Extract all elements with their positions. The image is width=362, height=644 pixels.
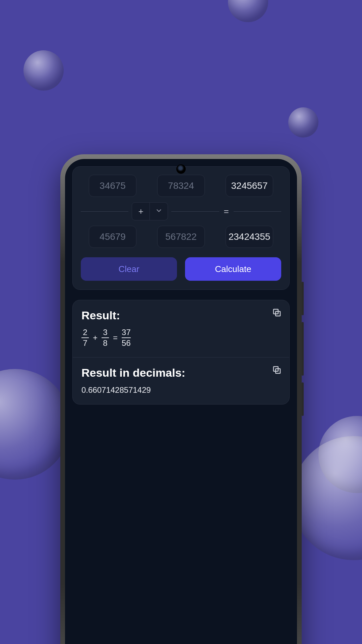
decorative-sphere	[288, 107, 318, 138]
expr-fraction-a: 2 7	[81, 328, 89, 348]
result-numerator-output: 3245657	[226, 175, 273, 197]
fraction1-numerator-input[interactable]: 34675	[89, 175, 136, 197]
operator-dropdown[interactable]	[150, 202, 168, 220]
decorative-sphere	[228, 0, 268, 22]
expr-op: +	[93, 333, 98, 342]
calculate-button[interactable]: Calculate	[185, 257, 281, 281]
copy-result-button[interactable]	[272, 308, 282, 319]
phone-side-button	[302, 282, 304, 315]
fraction-input-row: 34675 78324 3245657	[81, 175, 281, 197]
clear-button[interactable]: Clear	[81, 257, 177, 281]
fraction2-block: 78324	[149, 175, 213, 197]
fraction1-block: 34675	[81, 175, 144, 197]
copy-decimal-button[interactable]	[272, 365, 282, 376]
phone-camera	[176, 164, 186, 174]
fraction2-numerator-input[interactable]: 78324	[157, 175, 205, 197]
phone-frame: 34675 78324 3245657 + =	[60, 154, 302, 644]
copy-icon	[272, 370, 282, 376]
expr-fraction-result: 37 56	[122, 328, 131, 348]
expr-r-num: 37	[122, 328, 131, 337]
operator-display: +	[132, 202, 150, 220]
fraction2-den-block: 567822	[149, 226, 213, 248]
result-decimal-value: 0.66071428571429	[81, 385, 281, 395]
decorative-sphere	[292, 436, 362, 560]
result-denominator-output: 23424355	[226, 226, 273, 248]
result-decimal-title: Result in decimals:	[81, 366, 281, 379]
result-divider	[234, 211, 281, 212]
fraction2-denominator-input[interactable]: 567822	[157, 226, 205, 248]
phone-side-button	[302, 322, 304, 376]
result-title: Result:	[81, 309, 281, 322]
results-card: Result: 2 7 + 3 8 = 37 56	[72, 300, 290, 405]
expr-b-den: 8	[102, 337, 109, 347]
expr-fraction-b: 3 8	[102, 328, 109, 348]
phone-screen: 34675 78324 3245657 + =	[65, 159, 297, 644]
copy-icon	[272, 313, 282, 319]
fraction1-divider	[81, 211, 128, 212]
expr-eq: =	[113, 333, 118, 342]
phone-side-button	[302, 382, 304, 416]
result-den-block: 23424355	[218, 226, 281, 248]
result-fraction-block: 3245657	[218, 175, 281, 197]
expr-b-num: 3	[103, 328, 107, 337]
fraction2-divider	[171, 211, 219, 212]
fraction1-denominator-input[interactable]: 45679	[89, 226, 136, 248]
decorative-sphere	[23, 50, 64, 91]
result-expression: 2 7 + 3 8 = 37 56	[81, 328, 281, 348]
button-row: Clear Calculate	[81, 257, 281, 281]
result-decimal-section: Result in decimals: 0.66071428571429	[73, 357, 289, 404]
fraction-denominator-row: 45679 567822 23424355	[81, 226, 281, 248]
operator-row: + =	[81, 202, 281, 220]
calculator-card: 34675 78324 3245657 + =	[72, 166, 290, 290]
expr-a-num: 2	[83, 328, 87, 337]
expr-a-den: 7	[81, 337, 89, 347]
fraction1-den-block: 45679	[81, 226, 144, 248]
chevron-down-icon	[155, 207, 163, 216]
expr-r-den: 56	[122, 337, 131, 347]
decorative-sphere	[0, 369, 70, 480]
equals-sign: =	[224, 206, 229, 217]
result-fraction-section: Result: 2 7 + 3 8 = 37 56	[73, 300, 289, 357]
